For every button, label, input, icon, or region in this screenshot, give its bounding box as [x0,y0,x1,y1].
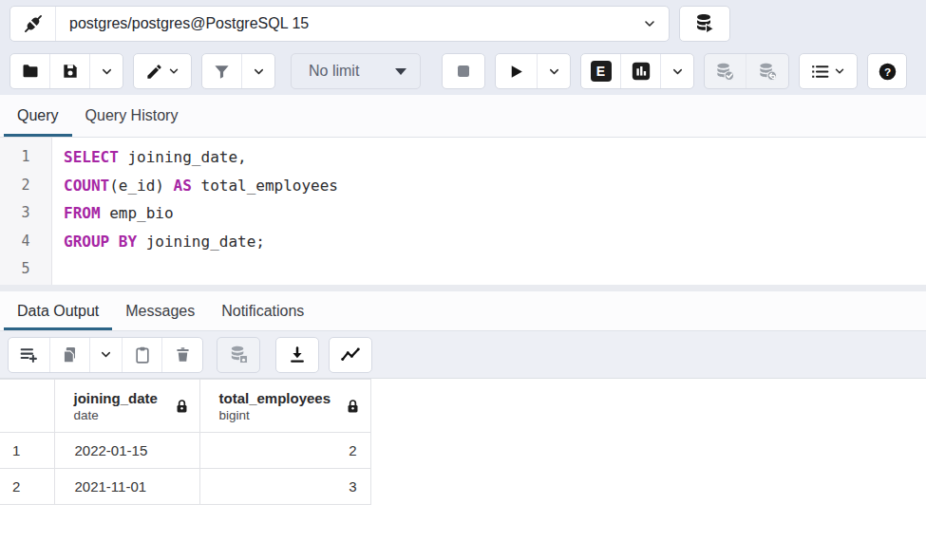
play-icon [507,63,525,81]
new-connection-button[interactable] [679,6,730,42]
lock-icon [174,398,190,414]
column-header-joining-date[interactable]: joining_date date [54,380,199,433]
dropdown-triangle-icon [395,68,406,75]
output-tabbar: Data Output Messages Notifications [0,291,926,331]
explain-dropdown-button[interactable] [661,54,693,88]
column-header-total-employees[interactable]: total_employees bigint [199,380,370,433]
chart-button-group [329,337,372,373]
tab-query[interactable]: Query [4,95,72,137]
floppy-icon [61,62,80,81]
explain-analyze-button[interactable] [621,54,661,88]
lock-icon [345,398,361,414]
chevron-down-icon [100,65,114,79]
database-save-icon [228,344,250,365]
copy-icon [61,345,80,364]
tab-query-history[interactable]: Query History [72,95,192,137]
chevron-down-icon [547,65,561,79]
add-row-icon [19,345,39,364]
edit-dropdown-button[interactable] [134,54,191,88]
rollback-button[interactable] [746,54,788,88]
tab-notifications[interactable]: Notifications [208,291,317,330]
panel-splitter[interactable] [0,285,926,291]
save-data-changes-button[interactable] [217,338,259,372]
line-number: 5 [0,255,51,284]
commit-button[interactable] [705,54,746,88]
copy-button[interactable] [50,338,90,372]
chevron-down-icon [642,16,657,31]
tab-query-label: Query [17,107,59,124]
help-button[interactable]: ? [868,54,906,88]
connection-selector[interactable]: postgres/postgres@PostgreSQL 15 [9,6,670,42]
macros-dropdown-button[interactable] [800,54,857,88]
clipboard-icon [133,345,152,364]
row-number-cell[interactable]: 2 [0,469,54,505]
pgadmin-query-tool: postgres/postgres@PostgreSQL 15 [0,0,926,560]
results-table: joining_date date [0,379,371,505]
save-dropdown-button[interactable] [90,54,123,88]
code-line: FROM emp_bio [64,199,926,228]
folder-icon [21,62,40,81]
stop-square-icon [455,63,472,80]
filter-dropdown-button[interactable] [242,54,274,88]
sql-editor[interactable]: 1 2 3 4 5 SELECT joining_date, COUNT(e_i… [0,138,926,285]
row-limit-value: No limit [292,63,359,80]
bar-chart-badge-icon [631,61,652,82]
trash-icon [174,345,192,364]
stop-button-group [442,53,485,89]
execute-button[interactable] [496,54,538,88]
tab-data-output-label: Data Output [17,303,99,320]
results-toolbar [0,331,926,379]
code-line: COUNT(e_id) AS total_employees [64,172,926,200]
open-file-button[interactable] [10,54,50,88]
query-toolbar: No limit E [0,47,926,95]
download-button-group [275,337,319,373]
chevron-down-icon [99,347,113,362]
transaction-button-group [704,53,789,89]
filter-button[interactable] [202,54,242,88]
download-button[interactable] [276,338,318,372]
tab-messages[interactable]: Messages [112,291,208,330]
editor-tabbar: Query Query History [0,95,926,138]
database-play-icon [693,12,716,35]
numbered-list-icon [810,62,830,82]
tab-notifications-label: Notifications [221,303,304,320]
results-grid: joining_date date [0,379,926,560]
line-number: 3 [0,199,51,228]
cell-joining-date[interactable]: 2021-11-01 [54,469,199,505]
execute-button-group [495,53,571,89]
tab-data-output[interactable]: Data Output [4,291,112,330]
code-line: GROUP BY joining_date; [64,228,926,256]
sql-code-area[interactable]: SELECT joining_date, COUNT(e_id) AS tota… [52,138,926,285]
database-check-icon [714,61,736,83]
svg-text:?: ? [883,65,890,78]
copy-dropdown-button[interactable] [90,338,123,372]
stop-button[interactable] [443,54,484,88]
row-number-header[interactable] [0,380,54,433]
code-line: SELECT joining_date, [64,143,926,172]
paste-button[interactable] [123,338,162,372]
edit-button-group [133,53,192,89]
row-number-cell[interactable]: 1 [0,433,54,469]
table-row: 2 2021-11-01 3 [0,469,370,505]
explain-button[interactable]: E [581,54,621,88]
chevron-down-icon [167,65,180,78]
tab-messages-label: Messages [125,303,195,320]
execute-dropdown-button[interactable] [538,54,570,88]
add-row-button[interactable] [9,338,50,372]
results-header-row: joining_date date [0,380,370,433]
table-row: 1 2022-01-15 2 [0,433,370,469]
graph-visualiser-button[interactable] [330,338,371,372]
question-circle-icon: ? [878,62,898,82]
code-line [64,255,926,284]
save-file-button[interactable] [50,54,90,88]
cell-total-employees[interactable]: 2 [199,433,370,469]
delete-row-button[interactable] [162,338,202,372]
cell-joining-date[interactable]: 2022-01-15 [54,433,199,469]
row-limit-select[interactable]: No limit [291,53,421,89]
chevron-down-icon [833,65,846,78]
pencil-icon [145,63,163,81]
grid-edit-button-group [8,337,203,373]
connection-label: postgres/postgres@PostgreSQL 15 [56,15,309,32]
cell-total-employees[interactable]: 3 [199,469,370,505]
chevron-down-icon [252,65,266,79]
